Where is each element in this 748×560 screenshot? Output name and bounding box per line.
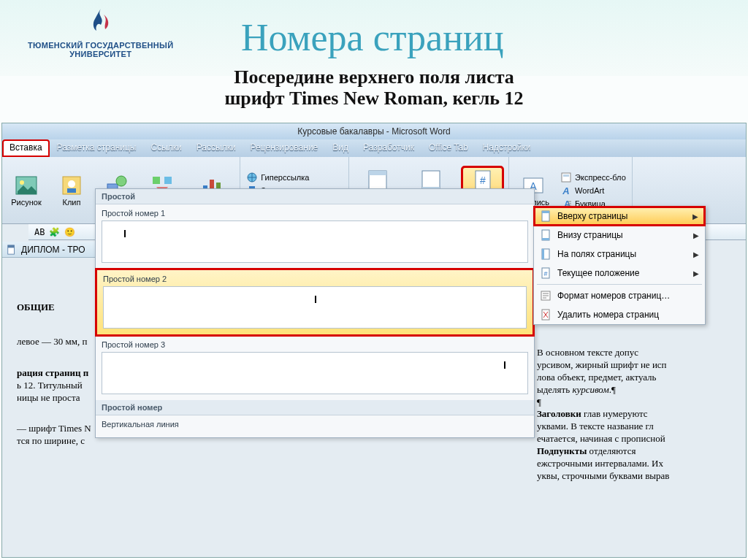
globe-icon [246,172,258,183]
menu-current-position[interactable]: # Текущее положение▶ [534,264,705,283]
doc-body-right: В основном тексте допус урсивом, жирный … [537,347,741,483]
svg-rect-27 [8,245,15,248]
tab-layout[interactable]: Разметка страницы [50,139,144,157]
delete-icon [540,309,552,321]
svg-rect-33 [542,249,544,259]
svg-rect-8 [164,177,172,184]
svg-rect-31 [542,238,549,240]
tab-view[interactable]: Вид [325,139,356,157]
tab-links[interactable]: Ссылки [143,139,188,157]
tab-dev[interactable]: Разработчик [356,139,421,157]
logo-line2: УНИВЕРСИТЕТ [28,50,173,58]
tab-officetab[interactable]: Office Tab [421,139,476,157]
clip-icon [60,174,83,197]
gallery-item-1[interactable]: Простой номер 1 [96,204,534,269]
svg-rect-15 [369,171,386,175]
svg-rect-22 [562,173,570,182]
page-bottom-icon [540,229,552,241]
logo-line1: ТЮМЕНСКИЙ ГОСУДАРСТВЕННЫЙ [28,41,173,50]
tab-addins[interactable]: Надстройки [476,139,538,157]
word-titlebar: Курсовые бакалавры - Microsoft Word [2,123,746,139]
svg-text:#: # [480,174,486,186]
gallery-header-simple2: Простой номер [96,400,534,415]
page-number-gallery[interactable]: Простой Простой номер 1 Простой номер 2 … [95,188,535,438]
format-icon [540,290,552,302]
svg-point-1 [20,180,24,185]
menu-delete-numbers[interactable]: Удалить номера страниц [534,305,705,324]
menu-page-margins[interactable]: На полях страницы▶ [534,245,705,264]
menu-top-of-page[interactable]: Вверху страницы▶ [534,207,705,226]
ribbon-tabs: Вставка Разметка страницы Ссылки Рассылк… [2,139,746,157]
svg-text:#: # [543,270,547,277]
slide-subtitle: Посередине верхнего поля листа шрифт Tim… [140,67,608,109]
slide-title: Номера страниц [241,16,504,59]
svg-point-6 [116,176,126,186]
svg-rect-23 [563,174,569,177]
hyperlink-button[interactable]: Гиперссылка [246,172,343,183]
gallery-header-simple: Простой [96,189,534,204]
svg-text:A: A [562,185,569,196]
doc-icon [7,245,17,255]
picture-button[interactable]: Рисунок [8,172,45,209]
page-top-icon [540,210,552,222]
university-logo: ТЮМЕНСКИЙ ГОСУДАРСТВЕННЫЙ УНИВЕРСИТЕТ [28,7,173,58]
page-current-icon: # [540,267,552,279]
page-margins-icon [540,248,552,260]
menu-bottom-of-page[interactable]: Внизу страницы▶ [534,226,705,245]
express-button[interactable]: Экспресс-бло [560,172,626,183]
picture-icon [15,174,38,197]
express-icon [560,172,572,183]
svg-rect-7 [153,177,160,184]
svg-point-3 [68,180,75,188]
gallery-item-3[interactable]: Простой номер 3 [96,336,534,400]
tab-insert[interactable]: Вставка [2,139,50,157]
page-number-menu[interactable]: Вверху страницы▶ Внизу страницы▶ На поля… [533,206,706,325]
clip-button[interactable]: Клип [53,172,90,209]
svg-rect-4 [67,188,76,193]
menu-format-numbers[interactable]: Формат номеров страниц… [534,286,705,305]
gallery-item-2[interactable]: Простой номер 2 [96,269,534,336]
gallery-item-4[interactable]: Вертикальная линия [96,415,534,437]
tab-mail[interactable]: Рассылки [189,139,243,157]
tab-review[interactable]: Рецензирование [243,139,326,157]
wordart-button[interactable]: A WordArt [560,185,626,196]
svg-rect-29 [542,211,549,213]
wordart-icon: A [560,185,572,196]
